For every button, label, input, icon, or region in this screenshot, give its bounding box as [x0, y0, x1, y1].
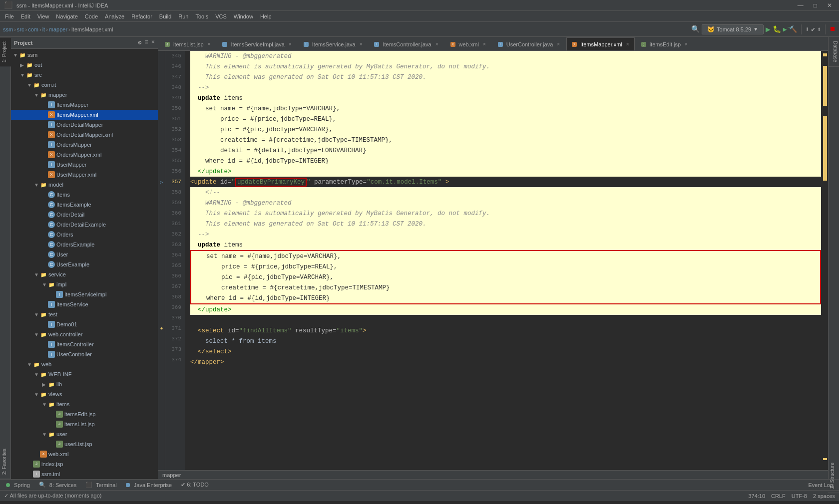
tab-webxml[interactable]: X web.xml ×	[445, 37, 491, 50]
close-btn[interactable]: ✕	[824, 2, 835, 9]
tab-itemsmapper-xml[interactable]: X ItemsMapper.xml ×	[566, 37, 635, 50]
tree-item-itemsmapper-java[interactable]: ▶IItemsMapper	[11, 100, 158, 110]
tree-item-orderdetailexample[interactable]: ▶COrderDetailExample	[11, 220, 158, 230]
tree-item-orderdetailmapper-xml[interactable]: ▶XOrderDetailMapper.xml	[11, 130, 158, 140]
tab-itemscontroller[interactable]: I ItemsController.java ×	[369, 37, 443, 50]
menu-edit[interactable]: Edit	[18, 12, 33, 20]
panel-settings-icon[interactable]: ⚙	[138, 39, 141, 46]
code-editor-body[interactable]: ▷ ● 345 34	[158, 51, 828, 470]
tree-item-itemslist-jsp[interactable]: ▶JitemsList.jsp	[11, 419, 158, 429]
code-line-348[interactable]: -->	[190, 82, 821, 93]
tree-item-itemsmapper-xml[interactable]: ▶XItemsMapper.xml	[11, 110, 158, 120]
tree-item-usermapper[interactable]: ▶IUserMapper	[11, 160, 158, 170]
spring-tab[interactable]: Spring	[2, 480, 34, 490]
code-line-373[interactable]: </select>	[190, 346, 821, 357]
code-line-371[interactable]: <select id="findAllItems" resultType="it…	[190, 325, 821, 336]
tree-item-test[interactable]: ▼📁test	[11, 309, 158, 319]
search-icon[interactable]: 🔍	[691, 25, 700, 33]
code-line-363[interactable]: update items	[190, 240, 821, 250]
right-scrollbar-area[interactable]	[821, 51, 828, 470]
code-line-352[interactable]: pic = #{pic,jdbcType=VARCHAR},	[190, 124, 821, 135]
tree-item-user[interactable]: ▶CUser	[11, 250, 158, 259]
tree-item-webcontroller[interactable]: ▼📁web.controller	[11, 329, 158, 339]
tree-item-userexample[interactable]: ▶CUserExample	[11, 259, 158, 269]
tree-item-web[interactable]: ▼📁web	[11, 359, 158, 369]
code-line-364[interactable]: set name = #{name,jdbcType=VARCHAR},	[191, 251, 820, 261]
panel-close-icon[interactable]: ×	[151, 39, 155, 46]
sidebar-item-favorites[interactable]: 2: Favorites	[0, 445, 11, 479]
tree-item-orderdetailmapper[interactable]: ▶IOrderDetailMapper	[11, 120, 158, 130]
tree-item-orderdetail[interactable]: ▶COrderDetail	[11, 210, 158, 220]
tree-item-ssm[interactable]: ▼📁ssm	[11, 50, 158, 60]
sidebar-database[interactable]: Database	[829, 37, 839, 67]
code-line-349[interactable]: update items	[190, 93, 821, 103]
build-btn[interactable]: 🔨	[789, 25, 797, 33]
menu-code[interactable]: Code	[82, 12, 101, 20]
cursor-position[interactable]: 374:10	[748, 493, 765, 499]
tree-item-webinf[interactable]: ▼📁WEB-INF	[11, 369, 158, 379]
tab-itemsservice[interactable]: I ItemsService.java ×	[298, 37, 368, 50]
todo-tab[interactable]: ✔ 6: TODO	[177, 480, 213, 490]
menu-refactor[interactable]: Refactor	[128, 12, 155, 20]
tab-usercontroller[interactable]: I UserController.java ×	[492, 37, 565, 50]
menu-run[interactable]: Run	[175, 12, 191, 20]
menu-build[interactable]: Build	[156, 12, 174, 20]
tree-item-demo01[interactable]: ▶IDemo01	[11, 319, 158, 329]
code-line-354[interactable]: detail = #{detail,jdbcType=LONGVARCHAR}	[190, 145, 821, 156]
code-line-361[interactable]: This element was generated on Sat Oct 10…	[190, 219, 821, 229]
tree-item-usermapper-xml[interactable]: ▶XUserMapper.xml	[11, 170, 158, 180]
maximize-btn[interactable]: □	[811, 2, 820, 9]
code-line-347[interactable]: This element was generated on Sat Oct 10…	[190, 72, 821, 82]
javaee-tab[interactable]: Java Enterprise	[122, 480, 176, 490]
code-line-351[interactable]: price = #{price,jdbcType=REAL},	[190, 114, 821, 124]
tree-item-out[interactable]: ▶📁out	[11, 60, 158, 70]
tree-item-service[interactable]: ▼📁service	[11, 269, 158, 279]
tree-item-webxml[interactable]: ▶Xweb.xml	[11, 449, 158, 459]
vcs-push-btn[interactable]: ⬆	[817, 25, 821, 33]
menu-help[interactable]: Help	[257, 12, 275, 20]
code-line-359[interactable]: WARNING - @mbggenerated	[190, 198, 821, 208]
terminal-tab[interactable]: ⬛ Terminal	[81, 480, 121, 490]
tree-item-ordersexample[interactable]: ▶COrdersExample	[11, 240, 158, 250]
tree-item-itemsservice[interactable]: ▶IItemsService	[11, 299, 158, 309]
code-line-368[interactable]: where id = #{id,jdbcType=INTEGER}	[191, 293, 820, 303]
code-line-346[interactable]: This element is automatically generated …	[190, 61, 821, 72]
minimize-btn[interactable]: —	[795, 2, 807, 9]
tree-item-impl[interactable]: ▼📁impl	[11, 279, 158, 289]
sidebar-structure[interactable]: Z: Structure	[828, 459, 839, 479]
code-line-370[interactable]	[190, 315, 821, 325]
tree-item-itemscontroller[interactable]: ▶IItemsController	[11, 339, 158, 349]
tree-item-orders[interactable]: ▶COrders	[11, 230, 158, 240]
vcs-commit-btn[interactable]: ✔	[811, 25, 815, 33]
coverage-btn[interactable]: ▶̈	[783, 25, 787, 33]
code-line-357[interactable]: <update id="updateByPrimaryKey" paramete…	[190, 177, 821, 187]
menu-tools[interactable]: Tools	[192, 12, 211, 20]
tree-item-items-folder[interactable]: ▼📁items	[11, 399, 158, 409]
code-line-360[interactable]: This element is automatically generated …	[190, 208, 821, 219]
tab-itemslist[interactable]: J itemsList.jsp ×	[159, 37, 216, 50]
services-tab[interactable]: 🔍 8: Services	[35, 480, 80, 490]
tree-item-ordersmapper[interactable]: ▶IOrdersMapper	[11, 140, 158, 150]
code-line-356[interactable]: </update>	[190, 166, 821, 177]
tree-item-src[interactable]: ▼📁src	[11, 70, 158, 80]
panel-collapse-icon[interactable]: ≡	[145, 39, 148, 46]
tree-item-items[interactable]: ▶CItems	[11, 190, 158, 200]
code-line-345[interactable]: WARNING - @mbggenerated	[190, 51, 821, 61]
code-line-366[interactable]: pic = #{pic,jdbcType=VARCHAR},	[191, 272, 820, 282]
code-line-355[interactable]: where id = #{id,jdbcType=INTEGER}	[190, 156, 821, 166]
code-line-358[interactable]: <!--	[190, 187, 821, 198]
tree-item-itemsedit-jsp[interactable]: ▶JitemsEdit.jsp	[11, 409, 158, 419]
sidebar-item-project[interactable]: 1: Project	[0, 37, 11, 66]
code-line-365[interactable]: price = #{price,jdbcType=REAL},	[191, 261, 820, 272]
code-line-367[interactable]: createtime = #{createtime,jdbcType=TIMES…	[191, 282, 820, 293]
line-ending[interactable]: CRLF	[771, 493, 786, 499]
tree-item-user-folder[interactable]: ▼📁user	[11, 429, 158, 439]
tree-item-lib[interactable]: ▶📁lib	[11, 379, 158, 389]
tab-itemsedit[interactable]: J itemsEdit.jsp ×	[636, 37, 693, 50]
menu-navigate[interactable]: Navigate	[53, 12, 80, 20]
code-line-369[interactable]: </update>	[190, 304, 821, 315]
menu-view[interactable]: View	[34, 12, 52, 20]
window-controls[interactable]: — □ ✕	[795, 2, 835, 9]
tree-item-mapper[interactable]: ▼📁mapper	[11, 90, 158, 100]
indent-setting[interactable]: 2 spaces	[813, 493, 835, 499]
